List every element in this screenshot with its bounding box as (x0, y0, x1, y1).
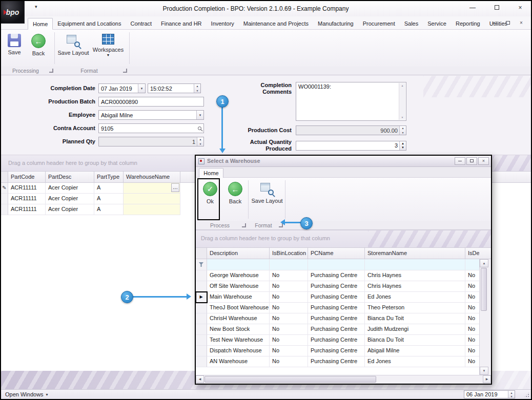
dialog-groupby-panel[interactable]: Drag a column header here to group by th… (196, 230, 491, 248)
save-button[interactable]: Save (4, 31, 25, 65)
filter-cell-isbinlocation[interactable] (270, 259, 308, 270)
mdi-restore-button[interactable] (502, 19, 514, 28)
back-button[interactable]: ← Back (28, 31, 49, 65)
dialog-column-isdefault[interactable]: IsDefau (465, 248, 479, 259)
tab-equipment-and-locations[interactable]: Equipment and Locations (53, 18, 126, 29)
app-logo[interactable]: bpo (1, 1, 25, 24)
dialog-grid-row[interactable]: Dispatch Warehouse No Purchasing Centre … (196, 346, 479, 356)
tab-finance-and-hr[interactable]: Finance and HR (156, 18, 207, 29)
dialog-grid-row[interactable]: AN Warehouse No Purchasing Centre Ed Jon… (196, 356, 479, 367)
actual-quantity-spinner[interactable]: ▲▼ (399, 141, 406, 150)
maximize-button[interactable] (489, 4, 504, 13)
title-bar[interactable]: ▾ Production Completion - BPO: Version 2… (1, 1, 531, 16)
scroll-left-button[interactable]: ◀ (196, 375, 204, 383)
spin-up-icon[interactable]: ▲ (400, 141, 406, 146)
processing-group-expand-icon[interactable] (49, 69, 53, 73)
dialog-save-layout-button[interactable]: Save Layout (251, 179, 283, 213)
cell-warehousename[interactable] (124, 194, 180, 204)
completion-date-dropdown-icon[interactable]: ▾ (138, 84, 145, 93)
dialog-grid-row-selected[interactable]: ▶ Main Warehouse No Purchasing Centre Ed… (196, 292, 479, 303)
tab-maintenance-and-projects[interactable]: Maintenance and Projects (239, 18, 313, 29)
mdi-minimize-button[interactable]: — (489, 19, 500, 28)
spin-up-icon[interactable]: ▲ (194, 84, 200, 89)
completion-time-input[interactable]: 15:02:52 ▲▼ (148, 83, 201, 93)
completion-date-input[interactable]: 07 Jan 2019 ▾ (98, 83, 146, 93)
dialog-tab-home[interactable]: Home (199, 168, 223, 178)
cell-warehousename[interactable]: … (124, 183, 180, 194)
production-batch-input[interactable]: ACR00000890 (98, 97, 204, 107)
workspaces-button[interactable]: Workspaces ▼ (91, 31, 125, 65)
dialog-back-button[interactable]: ← Back (224, 179, 246, 213)
dialog-grid-row[interactable]: New Boot Stock No Purchasing Centre Judi… (196, 324, 479, 335)
horizontal-scroll-thumb[interactable] (204, 376, 376, 383)
cell-storemanname: Ed Jones (365, 292, 465, 303)
dialog-column-pcname[interactable]: PCName (308, 248, 365, 259)
save-layout-button[interactable]: Save Layout (57, 31, 89, 65)
dialog-column-description[interactable]: Description (207, 248, 270, 259)
resize-grip[interactable] (523, 391, 530, 398)
open-windows-button[interactable]: Open Windows ▾ (5, 391, 48, 397)
tab-reporting[interactable]: Reporting (451, 18, 485, 29)
tab-contract[interactable]: Contract (126, 18, 157, 29)
tab-home[interactable]: Home (28, 18, 53, 30)
dialog-grid-row[interactable]: Test New Warehouse No Purchasing Centre … (196, 335, 479, 346)
employee-input[interactable]: Abigail Milne ▾ (98, 110, 204, 120)
dialog-close-button[interactable]: × (478, 157, 489, 165)
warehouse-lookup-button[interactable]: … (171, 183, 179, 192)
dialog-save-layout-icon (260, 182, 274, 196)
filter-cell-pcname[interactable] (308, 259, 365, 270)
process-group-expand-icon[interactable] (242, 223, 246, 227)
quick-access-dropdown-icon[interactable]: ▾ (35, 4, 37, 9)
vertical-scroll-thumb[interactable] (481, 268, 487, 311)
spin-down-icon[interactable]: ▼ (400, 145, 406, 150)
cell-warehousename[interactable] (124, 204, 180, 215)
close-button[interactable]: × (513, 4, 528, 13)
contra-account-search-icon[interactable] (196, 124, 203, 133)
spin-down-icon[interactable]: ▼ (508, 394, 515, 398)
annotation-highlight-ok-button (197, 178, 220, 220)
dialog-column-isbinlocation[interactable]: IsBinLocation (270, 248, 308, 259)
dialog-grid-row[interactable]: George Warehouse No Purchasing Centre Ch… (196, 270, 479, 281)
minimize-button[interactable]: — (465, 4, 480, 13)
dialog-column-storemanname[interactable]: StoremanName (365, 248, 465, 259)
scroll-up-button[interactable]: ▲ (480, 259, 488, 267)
scroll-up-icon[interactable]: ▲ (399, 84, 405, 87)
tab-manufacturing[interactable]: Manufacturing (313, 18, 358, 29)
dialog-title-bar[interactable]: Select a Warehouse × (196, 156, 491, 167)
main-grid-column-partcode[interactable]: PartCode (8, 172, 46, 182)
filter-cell-description[interactable] (207, 259, 270, 270)
actual-quantity-input[interactable]: 3 ▲▼ (296, 141, 406, 151)
tab-procurement[interactable]: Procurement (358, 18, 400, 29)
scroll-right-button[interactable]: ▶ (483, 375, 491, 383)
comments-scrollbar[interactable]: ▲▼ (399, 83, 405, 120)
dialog-grid-row[interactable]: TheoJ Boot Warehouse No Purchasing Centr… (196, 303, 479, 313)
contra-account-input[interactable]: 9105 (98, 123, 204, 133)
scroll-down-button[interactable]: ▼ (480, 367, 488, 375)
spin-up-icon[interactable]: ▲ (508, 391, 515, 394)
dialog-vertical-scrollbar[interactable]: ▲ ▼ (479, 259, 488, 375)
main-grid-column-partdesc[interactable]: PartDesc (46, 172, 94, 182)
dialog-horizontal-scrollbar[interactable]: ◀ ▶ (196, 375, 491, 383)
status-date-spinner[interactable]: ▲▼ (508, 391, 515, 398)
main-grid-column-parttype[interactable]: PartType (94, 172, 124, 182)
format-group-expand-icon[interactable] (123, 69, 127, 73)
dialog-minimize-button[interactable] (455, 157, 465, 165)
completion-comments-input[interactable]: WO0001139: ▲▼ (296, 82, 406, 121)
dialog-maximize-button[interactable] (466, 157, 477, 165)
tab-sales[interactable]: Sales (400, 18, 423, 29)
dialog-icon (198, 158, 204, 164)
mdi-close-button[interactable]: × (516, 19, 527, 28)
dialog-grid-row[interactable]: ChrisH Warehouse No Purchasing Centre Bi… (196, 313, 479, 324)
filter-cell-isdefault[interactable] (465, 259, 479, 270)
tab-service[interactable]: Service (423, 18, 451, 29)
dialog-filter-row[interactable] (196, 259, 479, 270)
scroll-down-icon[interactable]: ▼ (399, 116, 405, 119)
dialog-grid-row[interactable]: Off Site Warehouse No Purchasing Centre … (196, 281, 479, 292)
main-grid-column-warehousename[interactable]: WarehouseName (124, 172, 180, 182)
filter-cell-storemanname[interactable] (365, 259, 465, 270)
employee-dropdown-icon[interactable]: ▾ (196, 111, 203, 119)
status-date-input[interactable]: 06 Jan 2019 ▲▼ (464, 390, 515, 398)
spin-down-icon[interactable]: ▼ (194, 89, 200, 93)
completion-time-spinner[interactable]: ▲▼ (194, 84, 200, 93)
tab-inventory[interactable]: Inventory (207, 18, 239, 29)
